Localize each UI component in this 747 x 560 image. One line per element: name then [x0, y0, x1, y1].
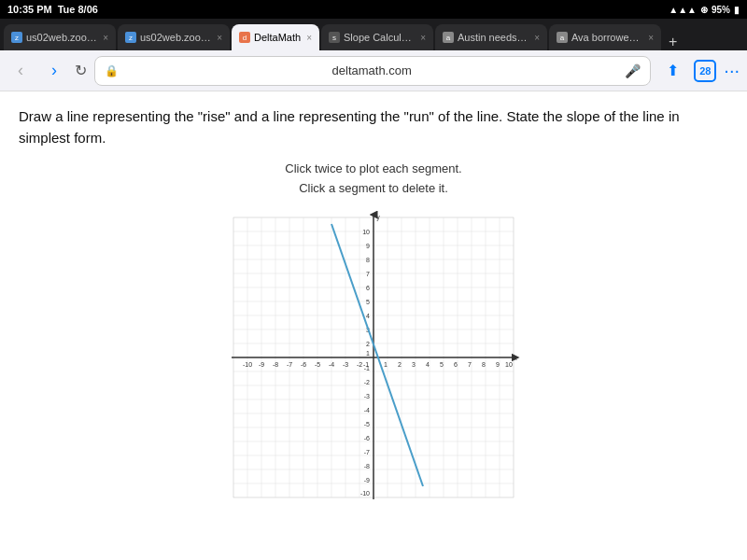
- tab-count-button[interactable]: 28: [694, 60, 716, 82]
- svg-text:10: 10: [362, 229, 370, 235]
- svg-text:-4: -4: [364, 407, 370, 413]
- tab-6-label: Ava borrowed $: [571, 32, 642, 43]
- tab-2-favicon: z: [125, 32, 136, 43]
- tab-6-favicon: a: [557, 32, 568, 43]
- svg-text:-1: -1: [364, 365, 370, 371]
- svg-text:9: 9: [496, 361, 500, 368]
- tab-3-favicon: d: [239, 32, 250, 43]
- battery-display: 95%: [712, 5, 730, 15]
- svg-text:7: 7: [468, 361, 472, 368]
- svg-text:-2: -2: [357, 361, 362, 368]
- tab-bar: z us02web.zoom... × z us02web.zoom... × …: [0, 19, 747, 50]
- svg-text:-4: -4: [329, 361, 334, 368]
- tab-1-label: us02web.zoom...: [26, 32, 97, 43]
- graph-container[interactable]: -10 -9 -8 -7 -6 -5 -4 -3 -2 -1 1 2 3 4 5…: [19, 208, 728, 525]
- tab-4-favicon: s: [329, 32, 340, 43]
- more-button[interactable]: ···: [724, 60, 740, 81]
- tab-6-close[interactable]: ×: [648, 33, 654, 43]
- svg-text:-9: -9: [364, 477, 370, 483]
- svg-text:1: 1: [366, 350, 370, 357]
- coordinate-graph[interactable]: -10 -9 -8 -7 -6 -5 -4 -3 -2 -1 1 2 3 4 5…: [215, 208, 532, 525]
- mic-icon: 🎤: [625, 63, 641, 78]
- svg-text:-10: -10: [243, 361, 252, 368]
- svg-text:-8: -8: [364, 463, 370, 469]
- tab-4[interactable]: s Slope Calculat... ×: [321, 24, 433, 50]
- tab-4-close[interactable]: ×: [420, 33, 426, 43]
- tab-1[interactable]: z us02web.zoom... ×: [4, 24, 116, 50]
- svg-text:-5: -5: [315, 361, 320, 368]
- tab-2-label: us02web.zoom...: [140, 32, 211, 43]
- svg-text:3: 3: [412, 361, 416, 368]
- svg-text:6: 6: [366, 285, 370, 291]
- signal-icon: ▲▲▲: [669, 5, 697, 15]
- tab-3-label: DeltaMath: [254, 32, 301, 43]
- tab-5-close[interactable]: ×: [534, 33, 540, 43]
- forward-button[interactable]: ›: [41, 61, 67, 80]
- share-button[interactable]: ⬆: [658, 57, 686, 85]
- question-text: Draw a line representing the "rise" and …: [19, 106, 728, 148]
- wifi-icon: ⊛: [700, 5, 708, 15]
- svg-text:6: 6: [454, 361, 458, 368]
- tab-5[interactable]: a Austin needs t... ×: [435, 24, 547, 50]
- svg-text:-7: -7: [287, 361, 292, 368]
- svg-text:5: 5: [440, 361, 444, 368]
- tab-1-close[interactable]: ×: [103, 33, 108, 43]
- svg-text:4: 4: [366, 313, 370, 319]
- svg-text:10: 10: [505, 361, 513, 368]
- svg-text:4: 4: [426, 361, 430, 368]
- svg-text:-7: -7: [364, 449, 370, 455]
- tab-6[interactable]: a Ava borrowed $ ×: [549, 24, 661, 50]
- tab-1-favicon: z: [11, 32, 22, 43]
- svg-text:-6: -6: [364, 435, 370, 441]
- reload-button[interactable]: ↻: [75, 62, 87, 79]
- svg-text:-5: -5: [364, 421, 370, 427]
- svg-text:x: x: [514, 355, 517, 361]
- svg-text:-6: -6: [301, 361, 306, 368]
- instructions: Click twice to plot each segment. Click …: [19, 160, 728, 199]
- svg-text:1: 1: [384, 361, 388, 368]
- svg-text:2: 2: [366, 341, 370, 347]
- tab-3[interactable]: d DeltaMath ×: [232, 24, 319, 50]
- svg-text:-2: -2: [364, 379, 370, 385]
- tab-5-label: Austin needs t...: [458, 32, 529, 43]
- svg-text:5: 5: [366, 299, 370, 305]
- svg-text:-9: -9: [259, 361, 264, 368]
- svg-text:8: 8: [366, 257, 370, 263]
- svg-text:-3: -3: [343, 361, 348, 368]
- svg-text:-8: -8: [273, 361, 278, 368]
- svg-text:9: 9: [366, 243, 370, 249]
- tab-5-favicon: a: [443, 32, 454, 43]
- page-content: Draw a line representing the "rise" and …: [0, 91, 747, 560]
- tab-2-close[interactable]: ×: [217, 33, 222, 43]
- svg-text:8: 8: [482, 361, 486, 368]
- url-bar[interactable]: 🔒 deltamath.com 🎤: [94, 56, 651, 86]
- tab-2[interactable]: z us02web.zoom... ×: [118, 24, 230, 50]
- time-display: 10:35 PM: [7, 4, 52, 15]
- svg-text:y: y: [376, 214, 380, 221]
- url-text: deltamath.com: [124, 63, 619, 77]
- tab-4-label: Slope Calculat...: [344, 32, 415, 43]
- lock-icon: 🔒: [105, 64, 119, 77]
- instruction-line-1: Click twice to plot each segment.: [19, 160, 728, 179]
- address-bar: ‹ › ↻ 🔒 deltamath.com 🎤 ⬆ 28 ···: [0, 50, 747, 91]
- new-tab-button[interactable]: +: [663, 34, 683, 50]
- battery-icon: ▮: [734, 5, 740, 15]
- svg-text:7: 7: [366, 271, 370, 277]
- svg-text:-10: -10: [360, 490, 370, 497]
- date-display: Tue 8/06: [58, 4, 98, 15]
- tab-3-close[interactable]: ×: [306, 33, 312, 43]
- svg-text:-3: -3: [364, 393, 370, 399]
- status-bar: 10:35 PM Tue 8/06 ▲▲▲ ⊛ 95% ▮: [0, 0, 747, 19]
- instruction-line-2: Click a segment to delete it.: [19, 179, 728, 199]
- svg-text:2: 2: [398, 361, 402, 368]
- back-button[interactable]: ‹: [7, 61, 34, 80]
